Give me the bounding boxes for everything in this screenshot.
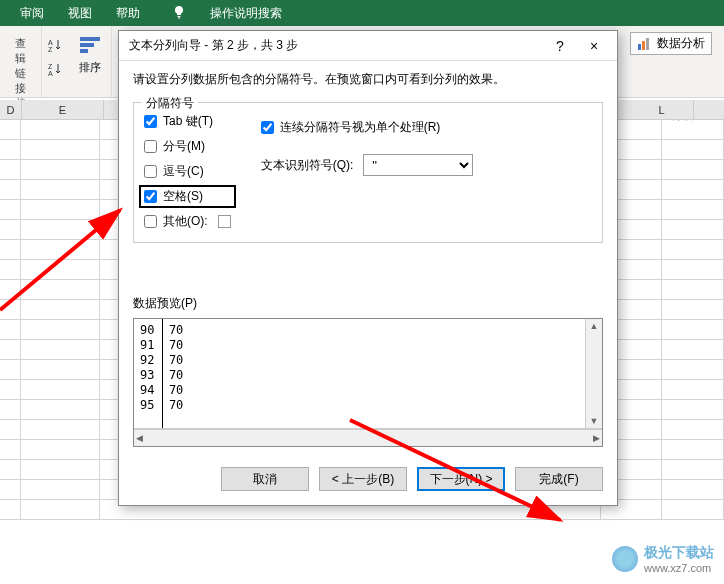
svg-rect-9 — [646, 38, 649, 50]
tab-checkbox[interactable]: Tab 键(T) — [144, 113, 231, 130]
tab-checkbox-input[interactable] — [144, 115, 157, 128]
svg-text:A: A — [48, 70, 53, 77]
dialog-title: 文本分列向导 - 第 2 步，共 3 步 — [129, 37, 298, 54]
tab-help[interactable]: 帮助 — [116, 5, 140, 22]
data-preview: 90 70 91 70 92 70 93 70 94 70 95 70 ▲ ▼ — [134, 319, 602, 429]
next-button[interactable]: 下一步(N) > — [417, 467, 505, 491]
preview-label: 数据预览(P) — [133, 295, 603, 312]
col-header-e[interactable]: E — [22, 100, 104, 119]
preview-vscrollbar[interactable]: ▲ ▼ — [585, 319, 602, 428]
text-qualifier-label: 文本识别符号(Q): — [261, 157, 354, 174]
watermark-logo-icon — [612, 546, 638, 572]
consecutive-checkbox[interactable]: 连续分隔符号视为单个处理(R) — [261, 119, 474, 136]
sort-asc-button[interactable]: AZ — [44, 34, 66, 56]
ribbon-tabs: 审阅 视图 帮助 操作说明搜索 — [0, 0, 724, 26]
dialog-titlebar[interactable]: 文本分列向导 - 第 2 步，共 3 步 ? × — [119, 31, 617, 61]
text-qualifier-select[interactable]: " — [363, 154, 473, 176]
cancel-button[interactable]: 取消 — [221, 467, 309, 491]
space-checkbox[interactable]: 空格(S) — [139, 185, 236, 208]
sort-desc-button[interactable]: ZA — [44, 58, 66, 80]
tell-me-search[interactable]: 操作说明搜索 — [210, 5, 282, 22]
svg-rect-7 — [638, 44, 641, 50]
tab-review[interactable]: 审阅 — [20, 5, 44, 22]
lightbulb-icon — [172, 5, 186, 22]
semicolon-checkbox-input[interactable] — [144, 140, 157, 153]
data-analysis-icon — [637, 36, 653, 52]
sort-button[interactable]: 排序 — [70, 34, 110, 80]
scroll-down-icon[interactable]: ▼ — [588, 414, 601, 428]
finish-button[interactable]: 完成(F) — [515, 467, 603, 491]
scroll-up-icon[interactable]: ▲ — [588, 319, 601, 333]
dialog-help-button[interactable]: ? — [545, 34, 575, 58]
consecutive-checkbox-input[interactable] — [261, 121, 274, 134]
back-button[interactable]: < 上一步(B) — [319, 467, 407, 491]
queries-text-top: 查 — [15, 37, 26, 49]
watermark: 极光下载站 www.xz7.com — [612, 544, 714, 574]
data-analysis-button[interactable]: 数据分析 — [630, 32, 712, 55]
comma-checkbox-input[interactable] — [144, 165, 157, 178]
space-checkbox-input[interactable] — [144, 190, 157, 203]
col-header-l[interactable]: L — [630, 100, 694, 120]
dialog-close-button[interactable]: × — [579, 34, 609, 58]
svg-text:Z: Z — [48, 46, 53, 53]
scroll-left-icon[interactable]: ◀ — [134, 431, 145, 445]
svg-rect-5 — [80, 43, 94, 47]
semicolon-checkbox[interactable]: 分号(M) — [144, 138, 231, 155]
text-to-columns-wizard-dialog: 文本分列向导 - 第 2 步，共 3 步 ? × 请设置分列数据所包含的分隔符号… — [118, 30, 618, 506]
delimiters-fieldset: 分隔符号 Tab 键(T) 分号(M) 逗号(C) — [133, 102, 603, 243]
dialog-description: 请设置分列数据所包含的分隔符号。在预览窗口内可看到分列的效果。 — [133, 71, 603, 88]
watermark-name: 极光下载站 — [644, 544, 714, 562]
col-header-d[interactable]: D — [0, 100, 22, 119]
other-checkbox[interactable]: 其他(O): — [144, 213, 231, 230]
svg-rect-6 — [80, 49, 88, 53]
svg-rect-4 — [80, 37, 100, 41]
scroll-right-icon[interactable]: ▶ — [591, 431, 602, 445]
other-checkbox-input[interactable] — [144, 215, 157, 228]
other-delimiter-input[interactable] — [218, 215, 231, 228]
tab-view[interactable]: 视图 — [68, 5, 92, 22]
svg-rect-8 — [642, 41, 645, 50]
delimiters-legend: 分隔符号 — [142, 95, 198, 112]
svg-text:A: A — [48, 39, 53, 46]
links-text: 辑链接 — [15, 52, 26, 94]
comma-checkbox[interactable]: 逗号(C) — [144, 163, 231, 180]
watermark-url: www.xz7.com — [644, 562, 714, 574]
preview-hscrollbar[interactable]: ◀ ▶ — [134, 429, 602, 446]
svg-text:Z: Z — [48, 63, 53, 70]
preview-content: 90 70 91 70 92 70 93 70 94 70 95 70 — [134, 319, 585, 428]
